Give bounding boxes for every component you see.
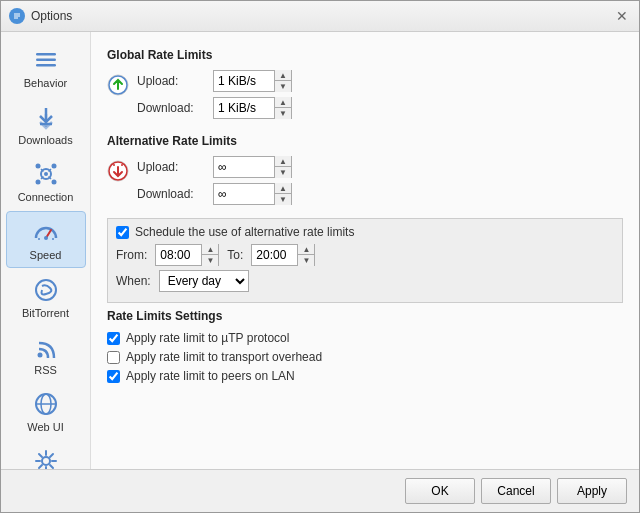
when-select[interactable]: Every day Weekdays Weekends [159, 270, 249, 292]
lan-checkbox[interactable] [107, 370, 120, 383]
lan-checkbox-row: Apply rate limit to peers on LAN [107, 369, 623, 383]
from-label: From: [116, 248, 147, 262]
footer: OK Cancel Apply [1, 469, 639, 512]
sidebar-label-behavior: Behavior [24, 77, 67, 89]
to-time-down[interactable]: ▼ [298, 255, 314, 266]
close-button[interactable]: ✕ [613, 7, 631, 25]
content-area: Behavior Downloads [1, 32, 639, 469]
alt-upload-row: Upload: ▲ ▼ [137, 156, 292, 178]
window-icon [9, 8, 25, 24]
to-label: To: [227, 248, 243, 262]
title-bar: Options ✕ [1, 1, 639, 32]
alt-upload-up[interactable]: ▲ [275, 156, 291, 167]
ok-button[interactable]: OK [405, 478, 475, 504]
sidebar-label-bittorrent: BitTorrent [22, 307, 69, 319]
cancel-button[interactable]: Cancel [481, 478, 551, 504]
alt-download-arrows: ▲ ▼ [274, 183, 291, 205]
svg-point-6 [35, 164, 40, 169]
global-rate-limits-title: Global Rate Limits [107, 48, 623, 62]
from-time-down[interactable]: ▼ [202, 255, 218, 266]
behavior-icon [32, 46, 60, 74]
svg-point-16 [36, 280, 56, 300]
alt-upload-label: Upload: [137, 160, 207, 174]
svg-point-15 [44, 236, 48, 240]
global-download-label: Download: [137, 101, 207, 115]
alternative-rate-limits-title: Alternative Rate Limits [107, 134, 623, 148]
to-time-spinner[interactable]: ▲ ▼ [251, 244, 315, 266]
apply-button[interactable]: Apply [557, 478, 627, 504]
alt-upload-down[interactable]: ▼ [275, 167, 291, 178]
sidebar-item-connection[interactable]: Connection [6, 154, 86, 209]
sidebar-item-advanced[interactable]: Advanced [6, 441, 86, 469]
from-time-up[interactable]: ▲ [202, 244, 218, 255]
global-download-row: Download: ▲ ▼ [137, 97, 292, 119]
schedule-box: Schedule the use of alternative rate lim… [107, 218, 623, 303]
sidebar-item-downloads[interactable]: Downloads [6, 97, 86, 152]
transport-checkbox[interactable] [107, 351, 120, 364]
alt-rate-icon [107, 160, 129, 188]
downloads-icon [32, 103, 60, 131]
when-label: When: [116, 274, 151, 288]
global-upload-row: Upload: ▲ ▼ [137, 70, 292, 92]
svg-point-5 [44, 172, 48, 176]
sidebar-label-speed: Speed [30, 249, 62, 261]
to-time-input[interactable] [252, 246, 297, 264]
from-time-spinner[interactable]: ▲ ▼ [155, 244, 219, 266]
global-upload-input[interactable] [214, 72, 274, 90]
global-upload-down[interactable]: ▼ [275, 81, 291, 92]
alt-download-input[interactable] [214, 185, 274, 203]
sidebar-item-behavior[interactable]: Behavior [6, 40, 86, 95]
options-window: Options ✕ Behavior [0, 0, 640, 513]
connection-icon [32, 160, 60, 188]
alt-upload-spinner[interactable]: ▲ ▼ [213, 156, 292, 178]
speed-icon [32, 218, 60, 246]
alt-download-row: Download: ▲ ▼ [137, 183, 292, 205]
bittorrent-icon [32, 276, 60, 304]
sidebar-label-connection: Connection [18, 191, 74, 203]
upload-download-icon [107, 74, 129, 102]
from-time-input[interactable] [156, 246, 201, 264]
sidebar-item-rss[interactable]: RSS [6, 327, 86, 382]
alt-download-spinner[interactable]: ▲ ▼ [213, 183, 292, 205]
rss-icon [32, 333, 60, 361]
global-download-arrows: ▲ ▼ [274, 97, 291, 119]
global-upload-label: Upload: [137, 74, 207, 88]
schedule-time-row: From: ▲ ▼ To: ▲ ▼ [116, 244, 614, 266]
to-time-up[interactable]: ▲ [298, 244, 314, 255]
sidebar: Behavior Downloads [1, 32, 91, 469]
transport-checkbox-label: Apply rate limit to transport overhead [126, 350, 322, 364]
svg-rect-2 [36, 59, 56, 62]
svg-point-21 [42, 457, 50, 465]
global-download-input[interactable] [214, 99, 274, 117]
svg-point-17 [37, 353, 42, 358]
schedule-checkbox-row: Schedule the use of alternative rate lim… [116, 225, 614, 239]
svg-rect-3 [36, 64, 56, 67]
sidebar-item-bittorrent[interactable]: BitTorrent [6, 270, 86, 325]
to-time-arrows: ▲ ▼ [297, 244, 314, 266]
sidebar-label-webui: Web UI [27, 421, 63, 433]
alt-upload-input[interactable] [214, 158, 274, 176]
svg-point-8 [35, 180, 40, 185]
alt-download-label: Download: [137, 187, 207, 201]
svg-rect-1 [36, 53, 56, 56]
schedule-when-row: When: Every day Weekdays Weekends [116, 270, 614, 292]
sidebar-item-webui[interactable]: Web UI [6, 384, 86, 439]
schedule-checkbox[interactable] [116, 226, 129, 239]
alt-upload-arrows: ▲ ▼ [274, 156, 291, 178]
utp-checkbox[interactable] [107, 332, 120, 345]
global-download-spinner[interactable]: ▲ ▼ [213, 97, 292, 119]
global-upload-spinner[interactable]: ▲ ▼ [213, 70, 292, 92]
alt-download-up[interactable]: ▲ [275, 183, 291, 194]
alt-download-down[interactable]: ▼ [275, 194, 291, 205]
lan-checkbox-label: Apply rate limit to peers on LAN [126, 369, 295, 383]
svg-point-9 [51, 180, 56, 185]
global-download-up[interactable]: ▲ [275, 97, 291, 108]
sidebar-item-speed[interactable]: Speed [6, 211, 86, 268]
global-upload-up[interactable]: ▲ [275, 70, 291, 81]
global-download-down[interactable]: ▼ [275, 108, 291, 119]
utp-checkbox-label: Apply rate limit to µTP protocol [126, 331, 289, 345]
from-time-arrows: ▲ ▼ [201, 244, 218, 266]
svg-point-7 [51, 164, 56, 169]
window-title: Options [31, 9, 72, 23]
main-panel: Global Rate Limits Upload: [91, 32, 639, 469]
